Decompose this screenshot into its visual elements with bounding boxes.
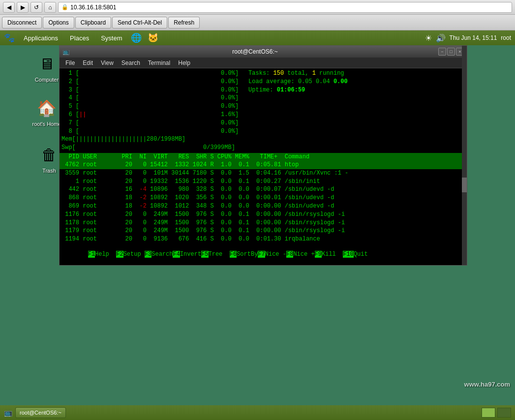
home-button[interactable]: ⌂ xyxy=(44,2,56,13)
cpu2-line: 2 [ 0.0%] Load average: 0.05 0.04 0.00 xyxy=(61,78,465,86)
taskbar-item-label: root@CentOS6:~ xyxy=(20,410,61,416)
computer-icon-label: Computer xyxy=(35,77,59,83)
watermark: www.ha97.com xyxy=(464,381,510,388)
places-menu[interactable]: Places xyxy=(67,33,92,43)
send-ctrl-alt-del-button[interactable]: Send Ctrl-Alt-Del xyxy=(112,17,167,29)
htop-row: 1179 root 20 0 249M 1500 976 S 0.0 0.1 0… xyxy=(60,227,467,235)
htop-row: 868 root 18 -2 10892 1020 356 S 0.0 0.0 … xyxy=(60,194,467,202)
search-menu[interactable]: Search xyxy=(118,59,144,67)
minimize-button[interactable]: − xyxy=(438,48,446,56)
swp-line: Swp[ 0/3999MB] xyxy=(61,144,465,152)
brightness-icon: ☀ xyxy=(425,33,432,43)
htop-table-header: PID USER PRI NI VIRT RES SHR S CPU% MEM%… xyxy=(60,153,467,161)
clipboard-button[interactable]: Clipboard xyxy=(75,17,111,29)
view-menu[interactable]: View xyxy=(97,59,118,67)
home-icon-label: root's Home xyxy=(32,121,61,127)
scrollbar-thumb[interactable] xyxy=(462,178,467,192)
terminal-menu[interactable]: Terminal xyxy=(144,59,174,67)
home-icon-img: 🏠 xyxy=(35,96,59,120)
edit-menu[interactable]: Edit xyxy=(79,59,97,67)
maximize-button[interactable]: □ xyxy=(447,48,455,56)
scrollbar[interactable] xyxy=(462,68,467,265)
computer-icon-img: 🖥 xyxy=(35,52,59,76)
cpu4-line: 4 [ 0.0%] xyxy=(61,94,465,102)
globe-icon: 🌐 xyxy=(131,32,142,43)
cpu3-line: 3 [ 0.0%] Uptime: 01:06:59 xyxy=(61,86,465,94)
address-bar[interactable]: 🔒 10.36.16.18:5801 xyxy=(58,2,512,13)
browser-bar: ◀ ▶ ↺ ⌂ 🔒 10.36.16.18:5801 xyxy=(0,0,515,15)
help-menu[interactable]: Help xyxy=(174,59,194,67)
taskbar-workspaces xyxy=(482,408,511,418)
trash-icon-label: Trash xyxy=(42,168,56,174)
cpu8-line: 8 [ 0.0%] xyxy=(61,127,465,136)
reload-button[interactable]: ↺ xyxy=(30,2,42,13)
htop-row: 869 root 18 -2 10892 1012 348 S 0.0 0.0 … xyxy=(60,202,467,210)
terminal-body[interactable]: 1 [ 0.0%] Tasks: 150 total, 1 running 2 … xyxy=(60,68,467,265)
terminal-icon: 📺 xyxy=(62,48,70,55)
workspace-2-button[interactable] xyxy=(497,408,511,418)
taskbar-terminal-icon: 📺 xyxy=(4,409,12,417)
cpu1-line: 1 [ 0.0%] Tasks: 150 total, 1 running xyxy=(61,69,465,78)
cpu7-line: 7 [ 0.0%] xyxy=(61,119,465,127)
gnome-panel: 🐾 Applications Places System 🌐 🐱 ☀ 🔊 Thu… xyxy=(0,30,515,45)
datetime-label: Thu Jun 14, 15:11 xyxy=(450,34,497,41)
htop-content: 1 [ 0.0%] Tasks: 150 total, 1 running 2 … xyxy=(60,68,467,153)
gnome-foot-icon: 🐾 xyxy=(4,32,15,43)
cat-icon: 🐱 xyxy=(148,32,158,43)
file-menu[interactable]: File xyxy=(61,59,79,67)
disconnect-button[interactable]: Disconnect xyxy=(2,17,42,29)
volume-icon: 🔊 xyxy=(436,33,446,43)
taskbar-item[interactable]: root@CentOS6:~ xyxy=(15,407,66,418)
terminal-title: root@CentOS6:~ xyxy=(73,48,437,55)
system-menu[interactable]: System xyxy=(98,33,125,43)
vnc-toolbar: Disconnect Options Clipboard Send Ctrl-A… xyxy=(0,15,515,30)
refresh-button[interactable]: Refresh xyxy=(168,17,200,29)
url-text: 10.36.16.18:5801 xyxy=(70,4,116,11)
htop-footer: F1Help F2Setup F3SearchF4InvertF5Tree F6… xyxy=(60,243,467,265)
htop-row: 3559 root 20 0 101M 30144 7180 S 0.0 1.5… xyxy=(60,169,467,178)
htop-row: 1 root 20 0 19332 1536 1220 S 0.0 0.1 0:… xyxy=(60,178,467,186)
mem-line: Mem[||||||||||||||||||||280/1998MB] xyxy=(61,135,465,144)
cpu6-line: 6 [|| 1.6%] xyxy=(61,111,465,119)
htop-row: 442 root 16 -4 10896 980 328 S 0.0 0.0 0… xyxy=(60,185,467,194)
htop-row: 1194 root 20 0 9136 676 416 S 0.0 0.0 0:… xyxy=(60,235,467,243)
cpu5-line: 5 [ 0.0%] xyxy=(61,102,465,111)
trash-icon-img: 🗑 xyxy=(37,143,61,167)
desktop: 🖥 Computer 🏠 root's Home 🗑 Trash 📺 root@… xyxy=(0,45,515,405)
user-label: root xyxy=(501,34,511,41)
lock-icon: 🔒 xyxy=(61,4,68,10)
workspace-1-button[interactable] xyxy=(482,408,495,418)
terminal-window: 📺 root@CentOS6:~ − □ × File Edit View Se… xyxy=(59,45,467,266)
applications-menu[interactable]: Applications xyxy=(21,33,61,43)
forward-button[interactable]: ▶ xyxy=(17,2,29,13)
taskbar: 📺 root@CentOS6:~ xyxy=(0,405,515,420)
terminal-menubar: File Edit View Search Terminal Help xyxy=(60,58,467,68)
back-button[interactable]: ◀ xyxy=(3,2,15,13)
htop-selected-row: 4762 root 20 0 15412 1332 1024 R 1.0 0.1… xyxy=(60,161,467,169)
options-button[interactable]: Options xyxy=(43,17,74,29)
htop-row: 1178 root 20 0 249M 1500 976 S 0.0 0.1 0… xyxy=(60,219,467,227)
terminal-titlebar: 📺 root@CentOS6:~ − □ × xyxy=(60,46,467,58)
htop-row: 1176 root 20 0 249M 1500 976 S 0.0 0.1 0… xyxy=(60,210,467,219)
